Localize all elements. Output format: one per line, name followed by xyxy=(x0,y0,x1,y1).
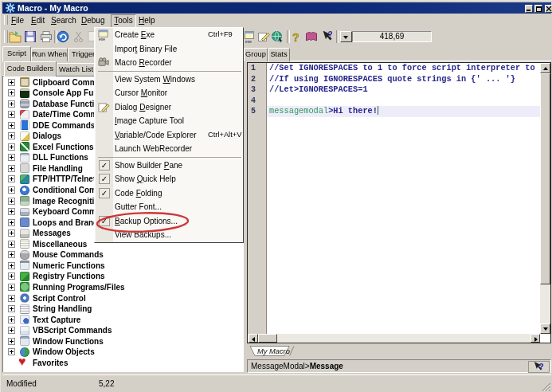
svg-text:My Macro: My Macro xyxy=(257,347,290,355)
svg-text:?: ? xyxy=(292,31,299,44)
svg-text:exe: exe xyxy=(99,37,105,41)
svg-text:?: ? xyxy=(538,362,544,371)
svg-text:?: ? xyxy=(328,30,333,39)
svg-text:exe: exe xyxy=(245,39,252,44)
